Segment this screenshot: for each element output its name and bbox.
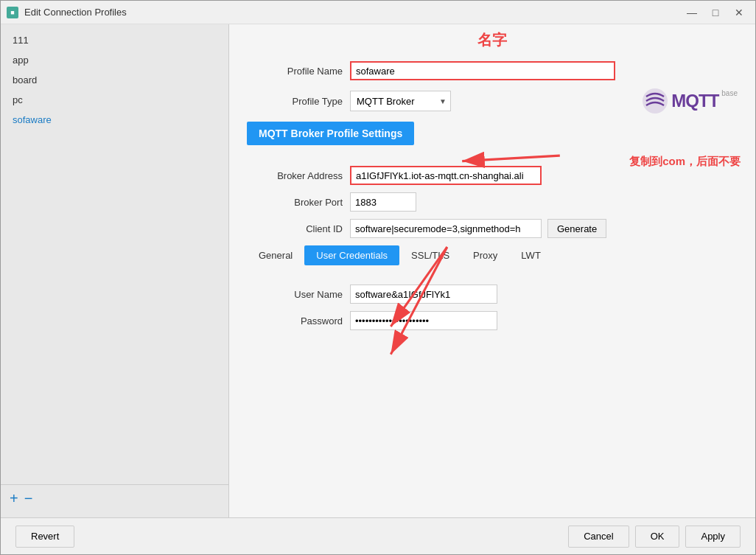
sidebar-list: 111 app board pc sofaware — [1, 30, 228, 484]
edit-connection-profiles-window: ■ Edit Connection Profiles — □ ✕ 111 app… — [0, 0, 756, 555]
cancel-button[interactable]: Cancel — [568, 526, 629, 548]
password-label: Password — [247, 315, 343, 327]
svg-line-2 — [462, 156, 560, 161]
app-icon: ■ — [7, 7, 18, 18]
sidebar-item-111[interactable]: 111 — [1, 30, 228, 50]
sidebar-item-sofaware[interactable]: sofaware — [1, 110, 228, 130]
annotation-name: 名字 — [477, 30, 507, 50]
mqtt-logo-icon — [642, 88, 668, 114]
tabs: General User Credentials SSL/TLS Proxy L… — [247, 245, 738, 265]
sidebar: 111 app board pc sofaware + − — [1, 24, 229, 517]
sidebar-item-board[interactable]: board — [1, 70, 228, 90]
sidebar-footer: + − — [1, 484, 228, 512]
tab-user-credentials[interactable]: User Credentials — [304, 245, 399, 265]
profile-name-label: Profile Name — [247, 66, 343, 77]
client-id-row: Client ID Generate — [247, 219, 738, 238]
tab-content-user-credentials: User Name Password — [247, 277, 738, 338]
broker-port-row: Broker Port — [247, 192, 738, 212]
client-id-label: Client ID — [247, 223, 343, 234]
tab-ssl-tls[interactable]: SSL/TLS — [399, 245, 461, 265]
revert-button[interactable]: Revert — [15, 526, 74, 548]
tab-general[interactable]: General — [247, 245, 304, 265]
right-panel: 名字 Profile Name Profile Type MQTT Broker… — [229, 24, 755, 517]
minimize-button[interactable]: — — [682, 4, 702, 21]
profile-type-row: Profile Type MQTT Broker MQTT Subscriber — [247, 88, 738, 114]
annotation-copy: 复制到com，后面不要 — [629, 153, 741, 169]
section-header: MQTT Broker Profile Settings — [247, 122, 414, 145]
tab-lwt[interactable]: LWT — [509, 245, 552, 265]
broker-address-label: Broker Address — [247, 170, 343, 181]
profile-name-input[interactable] — [350, 61, 615, 80]
window-title: Edit Connection Profiles — [24, 7, 682, 18]
password-input[interactable] — [350, 311, 497, 330]
add-profile-button[interactable]: + — [10, 491, 18, 506]
broker-address-input[interactable] — [350, 166, 542, 185]
client-id-input[interactable] — [350, 219, 542, 238]
mqtt-logo: MQTT base — [642, 88, 738, 114]
close-button[interactable]: ✕ — [729, 4, 749, 21]
window-controls: — □ ✕ — [682, 4, 749, 21]
remove-profile-button[interactable]: − — [24, 491, 33, 506]
profile-type-label: Profile Type — [247, 96, 343, 107]
bottom-bar: Revert Cancel OK Apply — [1, 517, 755, 554]
sidebar-item-pc[interactable]: pc — [1, 90, 228, 110]
broker-port-input[interactable] — [350, 192, 416, 212]
ok-button[interactable]: OK — [635, 526, 680, 548]
mqtt-logo-suffix: base — [721, 89, 738, 97]
username-row: User Name — [247, 285, 738, 304]
mqtt-logo-text: MQTT — [671, 91, 718, 111]
profile-type-select-wrapper: MQTT Broker MQTT Subscriber — [350, 91, 451, 111]
profile-type-select[interactable]: MQTT Broker MQTT Subscriber — [350, 91, 451, 111]
section-header-container: MQTT Broker Profile Settings — [247, 122, 738, 156]
titlebar: ■ Edit Connection Profiles — □ ✕ — [1, 1, 755, 24]
username-input[interactable] — [350, 285, 497, 304]
profile-name-row: Profile Name — [247, 61, 738, 80]
apply-button[interactable]: Apply — [685, 526, 741, 548]
bottom-right-buttons: Cancel OK Apply — [568, 526, 741, 548]
tab-proxy[interactable]: Proxy — [461, 245, 509, 265]
sidebar-item-app[interactable]: app — [1, 50, 228, 70]
generate-button[interactable]: Generate — [547, 219, 606, 238]
password-row: Password — [247, 311, 738, 330]
broker-port-label: Broker Port — [247, 197, 343, 208]
username-label: User Name — [247, 289, 343, 300]
maximize-button[interactable]: □ — [705, 4, 726, 21]
main-content: 111 app board pc sofaware + − 名字 Profile… — [1, 24, 755, 517]
